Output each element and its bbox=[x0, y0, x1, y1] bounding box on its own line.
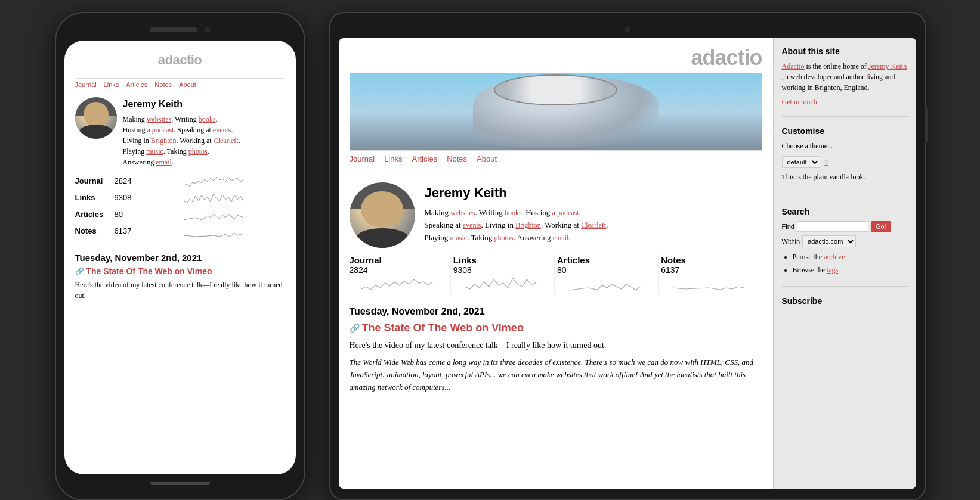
tablet-article-title[interactable]: The State Of The Web on Vimeo bbox=[362, 322, 524, 334]
tablet-content: Jeremy Keith Making websites. Writing bo… bbox=[339, 175, 773, 400]
tablet-link-events[interactable]: events bbox=[463, 221, 481, 229]
phone-speaker bbox=[150, 27, 197, 32]
tablet-person-name: Jeremy Keith bbox=[425, 182, 608, 203]
tablet-nav-links[interactable]: Links bbox=[384, 154, 402, 163]
tablet-article-desc: Here's the video of my latest conference… bbox=[350, 339, 762, 352]
phone-bio-text2: Hosting a podcast. Speaking at events. bbox=[123, 126, 233, 134]
tablet-article-row: 🔗 The State Of The Web on Vimeo bbox=[350, 322, 762, 334]
tablet-avatar bbox=[350, 182, 415, 248]
phone-sparkline-articles bbox=[142, 207, 285, 221]
sidebar-about-text: Adactio is the online home of Jeremy Kei… bbox=[782, 61, 908, 93]
phone-link-email[interactable]: email bbox=[156, 158, 172, 166]
tablet-side-button bbox=[925, 107, 928, 143]
phone-sparkline-journal bbox=[142, 173, 285, 188]
phone-nav-notes[interactable]: Notes bbox=[154, 81, 172, 88]
phone-link-music[interactable]: music bbox=[146, 147, 163, 156]
sidebar-archive-link[interactable]: archive bbox=[824, 253, 845, 261]
sidebar-search-links-list: Peruse the archive Browse the tags bbox=[782, 251, 908, 277]
phone-post-date: Tuesday, November 2nd, 2021 bbox=[75, 253, 285, 263]
phone-intro: Jeremy Keith Making websites. Writing bo… bbox=[75, 97, 285, 167]
tablet-stat-journal: Journal 2824 bbox=[350, 255, 451, 294]
sidebar-customise-section: Customise Choose a theme... default ? Th… bbox=[782, 126, 908, 197]
sidebar-about-text1: is the online home of bbox=[806, 62, 868, 70]
sidebar-about-text2: , a web developer and author living and … bbox=[782, 73, 895, 92]
sidebar-about-heading: About this site bbox=[782, 46, 908, 56]
tablet-main: adactio Journal Links Articles Not bbox=[339, 38, 773, 489]
phone-link-books[interactable]: books bbox=[199, 115, 216, 123]
tablet-article-quote: The World Wide Web has come a long way i… bbox=[350, 356, 762, 393]
phone-article-title[interactable]: The State Of The Web on Vimeo bbox=[86, 266, 212, 276]
sidebar-jeremy-link[interactable]: Jeremy Keith bbox=[868, 62, 907, 70]
tablet-post-date: Tuesday, November 2nd, 2021 bbox=[350, 306, 762, 317]
phone-bio: Jeremy Keith Making websites. Writing bo… bbox=[123, 97, 240, 167]
sidebar-get-in-touch-link[interactable]: Get in touch bbox=[782, 98, 817, 106]
tablet-link-clearleft[interactable]: Clearleft bbox=[581, 221, 606, 229]
sidebar-search-heading: Search bbox=[782, 207, 908, 216]
sidebar-theme-select[interactable]: default bbox=[782, 156, 820, 168]
sidebar-go-button[interactable]: Go! bbox=[871, 221, 891, 232]
phone-sparkline-notes bbox=[142, 223, 285, 238]
tablet-link-brighton[interactable]: Brighton bbox=[515, 221, 541, 229]
phone-notch bbox=[64, 21, 296, 38]
phone-stat-journal-label: Journal bbox=[75, 176, 111, 185]
tablet-link-email[interactable]: email bbox=[553, 234, 569, 242]
phone-article-row: 🔗 The State Of The Web on Vimeo bbox=[75, 266, 285, 276]
tablet-link-music[interactable]: music bbox=[450, 234, 467, 242]
tablet-nav-notes[interactable]: Notes bbox=[447, 154, 467, 163]
phone-nav-about[interactable]: About bbox=[179, 81, 196, 88]
phone-link-icon: 🔗 bbox=[75, 267, 84, 276]
tablet-bio2: Speaking at events. Living in Brighton. … bbox=[425, 221, 608, 229]
sidebar-tags-link[interactable]: tags bbox=[827, 266, 838, 274]
tablet-link-photos[interactable]: photos bbox=[494, 234, 514, 242]
tablet-camera bbox=[625, 27, 630, 33]
phone-stat-articles-count: 80 bbox=[115, 210, 138, 219]
phone-nav: Journal Links Articles Notes About bbox=[75, 78, 285, 91]
phone-stat-notes-label: Notes bbox=[75, 226, 111, 235]
phone-link-photos[interactable]: photos bbox=[188, 147, 208, 156]
tablet-link-podcast[interactable]: a podcast bbox=[552, 209, 579, 217]
tablet-stat-articles-label: Articles bbox=[557, 255, 652, 265]
phone-link-events[interactable]: events bbox=[213, 126, 231, 134]
tablet-top-bar bbox=[339, 24, 916, 36]
phone-avatar bbox=[75, 97, 117, 139]
phone-screen: adactio Journal Links Articles Notes Abo… bbox=[64, 41, 296, 474]
tablet-stat-journal-count: 2824 bbox=[350, 265, 444, 275]
phone-link-clearleft[interactable]: Clearleft bbox=[214, 136, 239, 145]
tablet-stat-notes-count: 6137 bbox=[661, 265, 756, 275]
phone-logo: adactio bbox=[75, 52, 285, 68]
phone-nav-journal[interactable]: Journal bbox=[75, 81, 97, 88]
phone-home-indicator bbox=[150, 482, 210, 485]
tablet-intro-text: Jeremy Keith Making websites. Writing bo… bbox=[425, 182, 608, 244]
sidebar-archive-item: Peruse the archive bbox=[793, 251, 908, 264]
phone-stat-links: Links 9308 bbox=[75, 190, 285, 204]
tablet-header: adactio Journal Links Articles Not bbox=[339, 38, 773, 175]
tablet-link-icon: 🔗 bbox=[350, 323, 360, 333]
tablet-nav-journal[interactable]: Journal bbox=[350, 154, 375, 163]
phone-nav-articles[interactable]: Articles bbox=[126, 81, 147, 88]
tablet-link-websites[interactable]: websites bbox=[450, 209, 475, 217]
phone-camera bbox=[205, 27, 211, 33]
phone-link-websites[interactable]: websites bbox=[147, 115, 171, 123]
sidebar-theme-question[interactable]: ? bbox=[825, 158, 828, 167]
sidebar-within-select[interactable]: adactio.com bbox=[802, 235, 856, 247]
sidebar-search-input[interactable] bbox=[797, 221, 868, 232]
phone-link-podcast[interactable]: a podcast bbox=[147, 126, 174, 134]
sidebar-customise-heading: Customise bbox=[782, 126, 908, 136]
tablet-sparkline-articles bbox=[557, 275, 652, 291]
phone-nav-links[interactable]: Links bbox=[104, 81, 119, 88]
phone-home-bar bbox=[64, 474, 296, 491]
tablet-stat-links-label: Links bbox=[453, 255, 548, 265]
sidebar-peruse-text: Peruse the bbox=[793, 253, 823, 261]
phone-bio-text5: Answering email. bbox=[123, 158, 174, 166]
phone-stat-notes-count: 6137 bbox=[115, 226, 138, 235]
sidebar-search-section: Search Find Go! Within adactio.com bbox=[782, 207, 908, 287]
tablet-nav-articles[interactable]: Articles bbox=[412, 154, 438, 163]
tablet-nav-about[interactable]: About bbox=[477, 154, 497, 163]
sidebar-adactio-link[interactable]: Adactio bbox=[782, 62, 805, 70]
phone-link-brighton[interactable]: Brighton bbox=[151, 136, 177, 145]
sidebar-tags-item: Browse the tags bbox=[793, 264, 908, 277]
phone-stats: Journal 2824 Links 9308 Articles 80 bbox=[75, 173, 285, 238]
phone-stat-articles-label: Articles bbox=[75, 210, 111, 219]
tablet-link-books[interactable]: books bbox=[505, 209, 522, 217]
sidebar-find-label: Find bbox=[782, 223, 794, 230]
